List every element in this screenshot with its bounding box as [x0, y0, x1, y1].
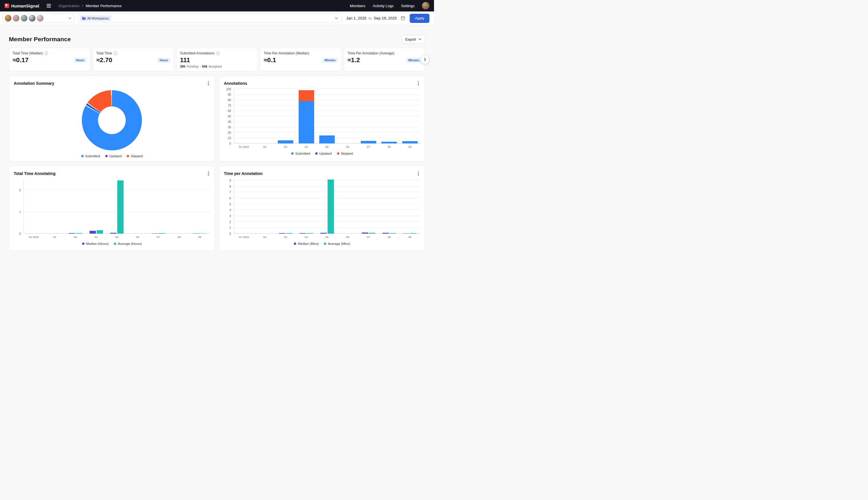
date-range-picker[interactable]: Jan 1, 2025 to Sep 19, 2025 [345, 16, 406, 20]
bar-segment [361, 141, 376, 144]
nav-link-members[interactable]: Members [350, 4, 365, 8]
breadcrumb-organization[interactable]: Organization [58, 4, 80, 8]
nav-link-settings[interactable]: Settings [401, 4, 414, 8]
bar [159, 233, 165, 234]
legend-item[interactable]: Median (Mins) [294, 242, 319, 246]
member-avatar [37, 15, 44, 22]
kebab-menu-icon[interactable] [207, 170, 210, 177]
chart-legend: Median (Mins)Average (Mins) [224, 242, 421, 246]
page-title: Member Performance [9, 36, 71, 43]
legend-item[interactable]: Submitted [291, 152, 310, 155]
kebab-menu-icon[interactable] [207, 80, 210, 87]
member-filter-select[interactable] [2, 14, 74, 23]
bar [69, 233, 75, 234]
member-avatar-stack [5, 15, 44, 22]
humansignal-logo-icon [4, 3, 9, 8]
legend-item[interactable]: Average (Hours) [114, 242, 142, 246]
x-tick-label: 04 [86, 235, 107, 239]
hamburger-menu-icon[interactable] [46, 3, 52, 9]
stat-subtext: 395 Pending • 506 Assigned [180, 65, 254, 68]
bar [76, 233, 82, 234]
x-tick-label: 07 [358, 145, 379, 148]
stat-value: ≈0.1 [264, 56, 276, 64]
member-avatar [13, 15, 20, 22]
bar [193, 234, 199, 234]
apply-button[interactable]: Apply [410, 14, 430, 23]
bar-segment [299, 101, 314, 144]
legend-item[interactable]: Updated [315, 152, 331, 155]
stat-card-submitted-annotations: Submitted Annotations 111 395 Pending • … [176, 48, 258, 71]
stat-value: 111 [180, 56, 190, 64]
x-tick-label: 08 [379, 235, 400, 239]
y-axis: 012 [14, 179, 23, 234]
x-tick-label: 09 [400, 235, 421, 239]
stat-label: Time Per Annotation (Average) [347, 51, 394, 55]
bar [286, 233, 292, 234]
breadcrumb: Organization / Member Performance [58, 4, 121, 8]
workspace-filter-select[interactable]: All Workspaces [78, 14, 342, 23]
x-tick-label: 07 [148, 235, 169, 239]
calendar-icon[interactable] [401, 16, 405, 20]
chevron-down-icon [68, 18, 71, 19]
top-navbar: HumanSignal Organization / Member Perfor… [0, 0, 434, 11]
x-tick-label: 09 [189, 235, 210, 239]
bar-segment [299, 90, 314, 101]
bar [362, 232, 368, 234]
stat-label: Submitted Annotations [180, 51, 214, 55]
legend-item[interactable]: Median (Hours) [82, 242, 109, 246]
bar [383, 233, 389, 234]
total-time-annotating-card: Total Time Annotating 012 01 20250203040… [9, 166, 215, 250]
stat-unit-badge: Hours [74, 58, 87, 63]
donut-chart [82, 90, 142, 150]
date-from[interactable]: Jan 1, 2025 [346, 16, 366, 20]
legend-item[interactable]: Skipped [127, 154, 143, 158]
info-icon[interactable] [216, 52, 220, 55]
nav-link-activity-logs[interactable]: Activity Logs [373, 4, 394, 8]
bar [200, 234, 207, 234]
bar [410, 233, 417, 234]
chart-legend: SubmittedUpdatedSkipped [14, 154, 210, 158]
chevron-down-icon [335, 18, 338, 19]
time-per-annotation-bar-chart: 0123456789 01 20250203040506070809 Media… [224, 179, 421, 246]
export-button[interactable]: Export [401, 35, 425, 44]
kebab-menu-icon[interactable] [417, 170, 420, 177]
legend-item[interactable]: Submitted [81, 154, 100, 158]
brand-name: HumanSignal [11, 3, 39, 8]
workspace-chip[interactable]: All Workspaces [80, 15, 111, 21]
chart-legend: SubmittedUpdatedSkipped [224, 152, 421, 155]
brand-logo[interactable]: HumanSignal [4, 3, 39, 8]
x-tick-label: 08 [169, 235, 190, 239]
x-tick-label: 03 [275, 145, 296, 148]
bar [279, 233, 285, 234]
x-tick-label: 02 [44, 235, 65, 239]
chevron-right-icon [424, 58, 426, 61]
info-icon[interactable] [44, 52, 48, 55]
bar [307, 233, 313, 234]
chart-legend: Median (Hours)Average (Hours) [14, 242, 210, 246]
bar [152, 234, 158, 234]
user-avatar[interactable] [422, 2, 430, 10]
chart-title: Annotation Summary [14, 81, 54, 86]
pending-label: Pending [187, 65, 198, 68]
kebab-menu-icon[interactable] [417, 80, 420, 87]
date-to[interactable]: Sep 19, 2025 [374, 16, 397, 20]
x-tick-label: 03 [65, 235, 86, 239]
assigned-count: 506 [202, 65, 207, 68]
stat-label: Total Time (Median) [13, 51, 43, 55]
bar-segment [382, 142, 397, 144]
y-axis: 0102030405060708090100 [224, 89, 234, 144]
info-icon[interactable] [114, 52, 117, 55]
stat-unit-badge: Minutes [322, 58, 338, 63]
x-tick-label: 06 [337, 145, 358, 148]
bar [117, 180, 124, 234]
stat-card-total-time: Total Time ≈2.70 Hours [93, 48, 174, 71]
annotations-bar-chart: 0102030405060708090100 01 20250203040506… [224, 89, 421, 155]
legend-item[interactable]: Average (Mins) [324, 242, 350, 246]
legend-item[interactable]: Skipped [337, 152, 353, 155]
stat-value: ≈2.70 [96, 56, 113, 64]
legend-item[interactable]: Updated [105, 154, 121, 158]
x-tick-label: 04 [296, 145, 317, 148]
x-tick-label: 02 [254, 145, 275, 148]
stats-next-button[interactable] [421, 55, 429, 64]
assigned-label: Assigned [209, 65, 221, 68]
